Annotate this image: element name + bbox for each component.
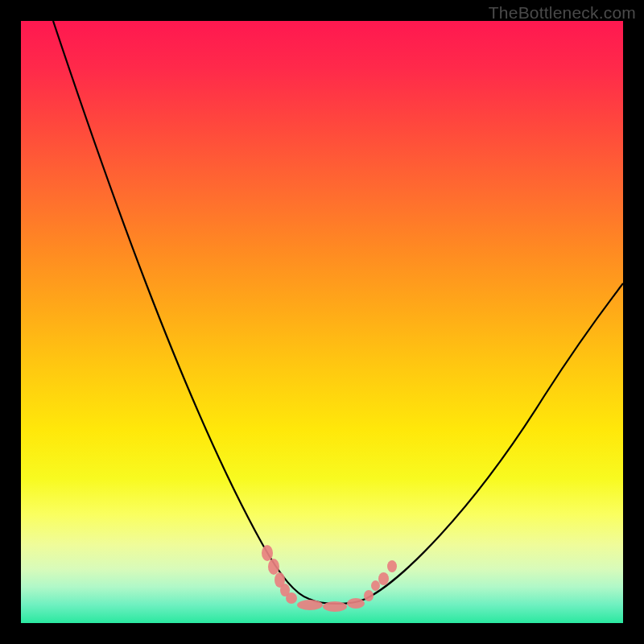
- curve-layer: [21, 21, 623, 623]
- chart-frame: TheBottleneck.com: [0, 0, 644, 644]
- right-curve-path: [365, 283, 623, 599]
- plot-area: [21, 21, 623, 623]
- left-curve-path: [53, 21, 309, 599]
- valley-path: [309, 599, 365, 604]
- watermark-text: TheBottleneck.com: [489, 3, 636, 23]
